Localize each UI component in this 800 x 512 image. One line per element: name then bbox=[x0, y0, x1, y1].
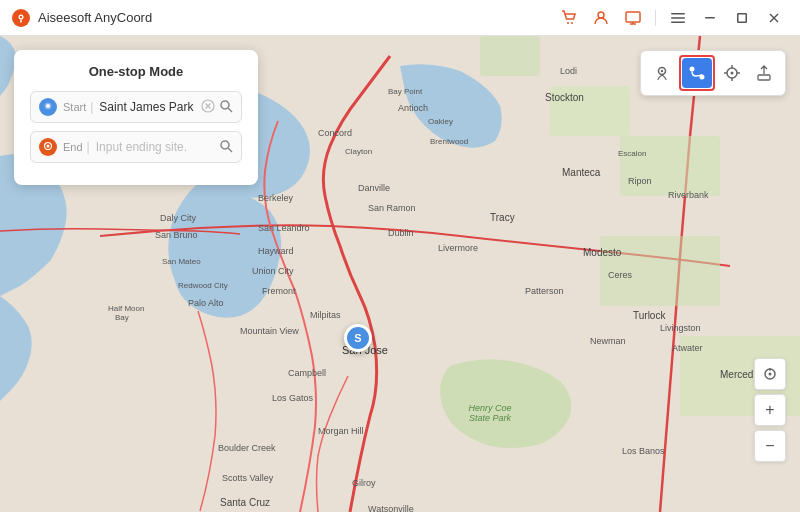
svg-rect-22 bbox=[620, 136, 720, 196]
svg-text:Patterson: Patterson bbox=[525, 286, 564, 296]
svg-point-97 bbox=[769, 373, 772, 376]
svg-point-82 bbox=[47, 145, 50, 148]
svg-text:Bay Point: Bay Point bbox=[388, 87, 423, 96]
one-stop-panel: One-stop Mode Start | bbox=[14, 50, 258, 185]
svg-text:Mountain View: Mountain View bbox=[240, 326, 299, 336]
svg-rect-12 bbox=[705, 17, 715, 19]
svg-text:San Ramon: San Ramon bbox=[368, 203, 416, 213]
svg-rect-95 bbox=[758, 75, 770, 80]
cart-icon[interactable] bbox=[555, 4, 583, 32]
app-title: Aiseesoft AnyCoord bbox=[38, 10, 555, 25]
zoom-in-button[interactable]: + bbox=[754, 394, 786, 426]
svg-text:Livermore: Livermore bbox=[438, 243, 478, 253]
svg-point-79 bbox=[221, 101, 229, 109]
user-icon[interactable] bbox=[587, 4, 615, 32]
svg-text:Milpitas: Milpitas bbox=[310, 310, 341, 320]
svg-text:Campbell: Campbell bbox=[288, 368, 326, 378]
search-end-icon[interactable] bbox=[219, 139, 233, 156]
side-toolbar: + − bbox=[754, 358, 786, 462]
svg-text:Antioch: Antioch bbox=[398, 103, 428, 113]
svg-text:Brentwood: Brentwood bbox=[430, 137, 468, 146]
svg-point-1 bbox=[20, 15, 22, 17]
svg-text:Ceres: Ceres bbox=[608, 270, 633, 280]
svg-text:San Mateo: San Mateo bbox=[162, 257, 201, 266]
svg-rect-13 bbox=[738, 13, 747, 22]
svg-text:State Park: State Park bbox=[469, 413, 512, 423]
svg-text:Oakley: Oakley bbox=[428, 117, 453, 126]
svg-text:Concord: Concord bbox=[318, 128, 352, 138]
svg-text:Redwood City: Redwood City bbox=[178, 281, 228, 290]
svg-text:Hayward: Hayward bbox=[258, 246, 294, 256]
svg-point-4 bbox=[571, 22, 573, 24]
svg-point-86 bbox=[661, 70, 663, 72]
svg-text:Lodi: Lodi bbox=[560, 66, 577, 76]
svg-text:Danville: Danville bbox=[358, 183, 390, 193]
screen-icon[interactable] bbox=[619, 4, 647, 32]
svg-text:Ripon: Ripon bbox=[628, 176, 652, 186]
end-input-row: End | bbox=[30, 131, 242, 163]
export-button[interactable] bbox=[749, 58, 779, 88]
svg-text:Daly City: Daly City bbox=[160, 213, 197, 223]
svg-text:Palo Alto: Palo Alto bbox=[188, 298, 224, 308]
zoom-out-button[interactable]: − bbox=[754, 430, 786, 462]
svg-point-90 bbox=[731, 72, 734, 75]
svg-point-87 bbox=[690, 67, 695, 72]
map-location-pin: S bbox=[344, 324, 372, 352]
minimize-button[interactable] bbox=[696, 4, 724, 32]
svg-rect-21 bbox=[480, 36, 540, 76]
title-separator bbox=[655, 10, 656, 26]
svg-point-3 bbox=[567, 22, 569, 24]
maximize-button[interactable] bbox=[728, 4, 756, 32]
route-mode-button[interactable] bbox=[682, 58, 712, 88]
zoom-in-icon: + bbox=[765, 402, 774, 418]
end-label: End bbox=[63, 141, 83, 153]
location-pin-button[interactable] bbox=[647, 58, 677, 88]
end-separator: | bbox=[87, 140, 90, 154]
start-label: Start bbox=[63, 101, 86, 113]
svg-text:Fremont: Fremont bbox=[262, 286, 296, 296]
svg-text:Santa Cruz: Santa Cruz bbox=[220, 497, 270, 508]
svg-rect-11 bbox=[671, 21, 685, 23]
svg-text:Modesto: Modesto bbox=[583, 247, 622, 258]
clear-start-icon[interactable] bbox=[201, 99, 215, 116]
toolbar-highlight-box bbox=[679, 55, 715, 91]
svg-text:Los Banos: Los Banos bbox=[622, 446, 665, 456]
svg-text:Union City: Union City bbox=[252, 266, 294, 276]
map-toolbar bbox=[640, 50, 786, 96]
svg-text:Atwater: Atwater bbox=[672, 343, 703, 353]
svg-point-83 bbox=[221, 141, 229, 149]
start-action-icons bbox=[201, 99, 233, 116]
svg-rect-9 bbox=[671, 13, 685, 15]
svg-text:Turlock: Turlock bbox=[633, 310, 666, 321]
panel-title: One-stop Mode bbox=[30, 64, 242, 79]
svg-text:San Leandro: San Leandro bbox=[258, 223, 310, 233]
window-controls bbox=[555, 4, 788, 32]
svg-text:Half Moon: Half Moon bbox=[108, 304, 144, 313]
start-separator: | bbox=[90, 100, 93, 114]
start-input[interactable] bbox=[99, 100, 201, 114]
svg-point-75 bbox=[46, 104, 50, 108]
end-action-icons bbox=[219, 139, 233, 156]
close-button[interactable] bbox=[760, 4, 788, 32]
end-input[interactable] bbox=[96, 140, 219, 154]
svg-rect-6 bbox=[626, 12, 640, 22]
svg-text:San Bruno: San Bruno bbox=[155, 230, 198, 240]
svg-text:Gilroy: Gilroy bbox=[352, 478, 376, 488]
svg-text:Berkeley: Berkeley bbox=[258, 193, 294, 203]
svg-text:Scotts Valley: Scotts Valley bbox=[222, 473, 274, 483]
svg-point-5 bbox=[598, 12, 604, 18]
svg-text:Riverbank: Riverbank bbox=[668, 190, 709, 200]
gps-button[interactable] bbox=[717, 58, 747, 88]
pin-marker: S bbox=[344, 324, 372, 352]
svg-line-84 bbox=[228, 148, 232, 152]
svg-text:Henry Coe: Henry Coe bbox=[468, 403, 511, 413]
svg-text:Stockton: Stockton bbox=[545, 92, 584, 103]
menu-icon[interactable] bbox=[664, 4, 692, 32]
svg-text:Morgan Hill: Morgan Hill bbox=[318, 426, 364, 436]
map-container[interactable]: Henry Coe State Park Stockton Lodi Antio… bbox=[0, 36, 800, 512]
locate-me-button[interactable] bbox=[754, 358, 786, 390]
svg-text:Escalon: Escalon bbox=[618, 149, 646, 158]
search-start-icon[interactable] bbox=[219, 99, 233, 116]
svg-rect-10 bbox=[671, 17, 685, 19]
svg-text:Bay: Bay bbox=[115, 313, 129, 322]
